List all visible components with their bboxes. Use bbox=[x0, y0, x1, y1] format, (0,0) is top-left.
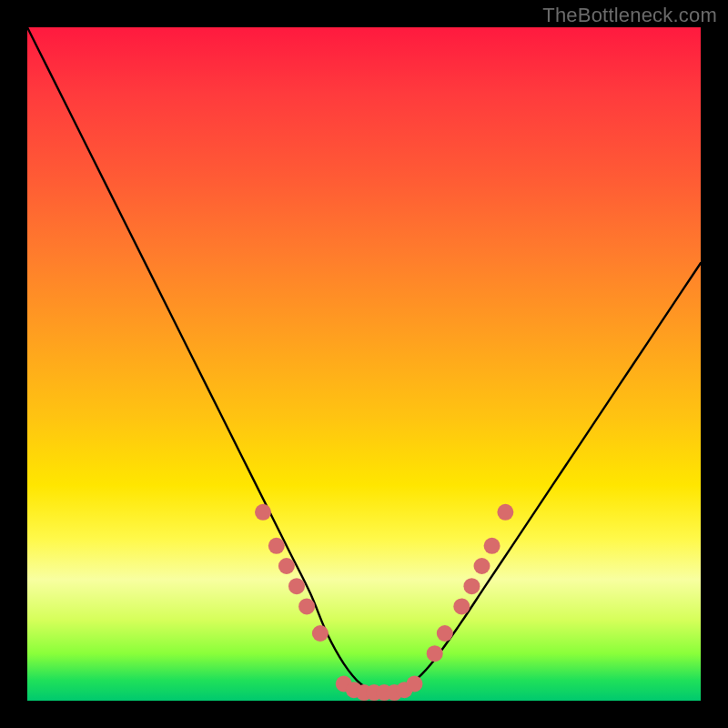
curve-marker bbox=[427, 645, 443, 662]
outer-frame: TheBottleneck.com bbox=[0, 0, 728, 728]
curve-marker bbox=[298, 598, 315, 614]
curve-marker bbox=[255, 504, 271, 521]
plot-area bbox=[27, 27, 701, 701]
curve-marker bbox=[474, 558, 490, 574]
curve-marker bbox=[312, 625, 329, 642]
curve-marker bbox=[407, 676, 423, 693]
curve-marker bbox=[437, 625, 453, 642]
curve-marker bbox=[497, 504, 513, 521]
curve-marker bbox=[484, 538, 500, 554]
curve-marker bbox=[268, 538, 285, 554]
curve-marker bbox=[453, 598, 470, 614]
bottleneck-curve bbox=[27, 27, 701, 693]
curve-marker bbox=[288, 578, 305, 594]
chart-svg bbox=[27, 27, 701, 701]
watermark-text: TheBottleneck.com bbox=[542, 4, 717, 27]
curve-marker bbox=[463, 578, 480, 594]
curve-marker bbox=[278, 558, 295, 574]
